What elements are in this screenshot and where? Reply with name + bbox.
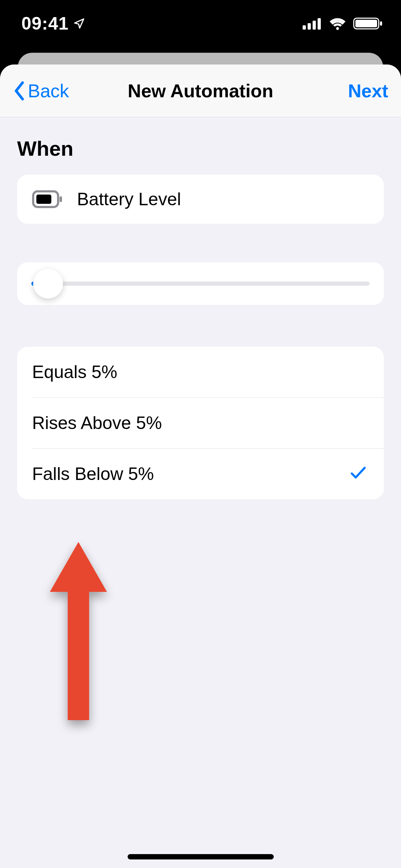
location-icon xyxy=(73,17,85,30)
checkmark-slot-2 xyxy=(350,464,366,484)
svg-rect-8 xyxy=(36,195,51,204)
back-label: Back xyxy=(28,80,69,102)
option-equals[interactable]: Equals 5% xyxy=(17,347,384,397)
svg-rect-1 xyxy=(308,23,311,30)
battery-level-icon xyxy=(32,190,63,208)
slider-track xyxy=(31,281,370,286)
option-label: Rises Above 5% xyxy=(32,413,162,433)
home-indicator[interactable] xyxy=(128,854,274,859)
trigger-row: Battery Level xyxy=(17,175,384,224)
nav-bar: Back New Automation Next xyxy=(0,64,401,117)
svg-rect-2 xyxy=(313,21,316,30)
option-falls-below[interactable]: Falls Below 5% xyxy=(17,449,384,499)
svg-rect-6 xyxy=(380,21,382,26)
content: When Battery Level xyxy=(0,136,401,499)
next-button[interactable]: Next xyxy=(348,80,388,102)
svg-rect-0 xyxy=(303,25,306,30)
modal-sheet: Back New Automation Next When Battery Le… xyxy=(0,64,401,868)
svg-rect-5 xyxy=(355,20,377,27)
status-right xyxy=(303,17,383,30)
battery-icon xyxy=(353,17,383,30)
trigger-label: Battery Level xyxy=(77,189,181,210)
checkmark-icon xyxy=(350,466,366,480)
condition-options: Equals 5% Rises Above 5% Falls Below 5% xyxy=(17,347,384,499)
battery-slider[interactable] xyxy=(17,262,384,305)
svg-rect-9 xyxy=(60,196,62,202)
option-label: Falls Below 5% xyxy=(32,464,154,484)
option-rises-above[interactable]: Rises Above 5% xyxy=(17,398,384,448)
phone-frame: 09:41 xyxy=(0,0,401,868)
wifi-icon xyxy=(328,17,347,30)
section-when-title: When xyxy=(17,136,384,160)
svg-marker-10 xyxy=(50,542,107,720)
chevron-left-icon xyxy=(13,81,26,101)
option-label: Equals 5% xyxy=(32,362,117,382)
status-bar: 09:41 xyxy=(0,0,401,47)
cellular-icon xyxy=(303,17,322,30)
annotation-arrow xyxy=(50,542,107,727)
trigger-card: Battery Level xyxy=(17,175,384,224)
status-left: 09:41 xyxy=(21,13,85,34)
back-button[interactable]: Back xyxy=(13,80,69,102)
svg-rect-3 xyxy=(318,18,321,30)
status-time: 09:41 xyxy=(21,13,69,34)
slider-thumb[interactable] xyxy=(33,269,63,299)
